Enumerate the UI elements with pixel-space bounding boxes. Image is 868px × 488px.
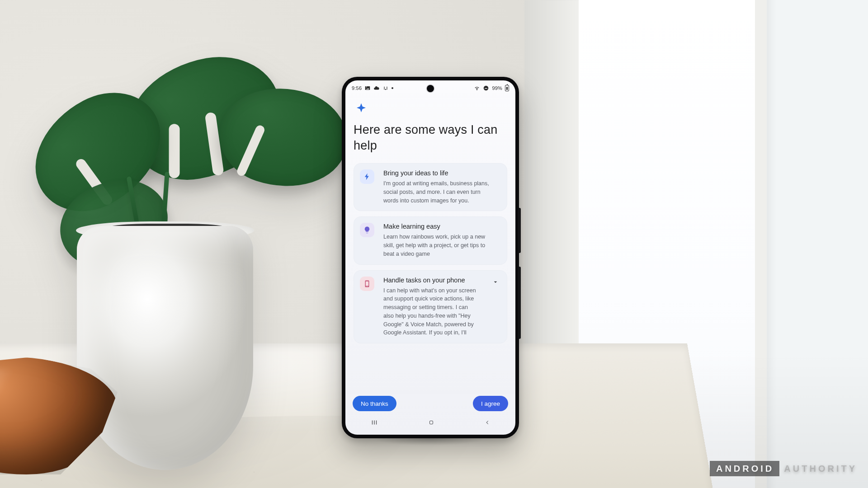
card-desc: Learn how rainbows work, pick up a new s… [383, 233, 495, 258]
phone-screen: 9:56 [345, 80, 515, 435]
photo-scene: 9:56 [0, 0, 868, 488]
dnd-icon [483, 85, 489, 91]
phone-button [518, 267, 521, 339]
potted-plant [36, 90, 271, 398]
status-bar: 9:56 [345, 83, 515, 93]
card-title: Handle tasks on your phone [383, 277, 478, 284]
card-handle-tasks[interactable]: Handle tasks on your phone I can help wi… [354, 270, 507, 344]
phone-button [518, 208, 521, 253]
recents-button[interactable] [370, 418, 378, 428]
i-agree-button[interactable]: I agree [473, 396, 508, 411]
chevron-down-icon[interactable] [492, 278, 501, 287]
card-title: Make learning easy [383, 223, 495, 230]
back-button[interactable] [484, 419, 491, 427]
page-headline: Here are some ways I can help [354, 122, 507, 153]
wifi-icon [474, 85, 480, 91]
card-make-learning-easy[interactable]: Make learning easy Learn how rainbows wo… [354, 216, 507, 264]
watermark: ANDROID AUTHORITY [710, 461, 857, 476]
card-bring-ideas[interactable]: Bring your ideas to life I'm good at wri… [354, 163, 507, 211]
no-thanks-button[interactable]: No thanks [353, 396, 396, 411]
card-desc: I'm good at writing emails, business pla… [383, 179, 495, 205]
cloud-icon [373, 85, 380, 91]
phone-frame: 9:56 [342, 77, 519, 438]
home-button[interactable] [428, 419, 434, 427]
status-time: 9:56 [352, 85, 362, 91]
battery-icon [505, 85, 509, 91]
system-nav-bar [345, 416, 515, 431]
screen-content: Here are some ways I can help Bring your… [345, 96, 515, 393]
watermark-text-a: ANDROID [710, 461, 779, 476]
status-left: 9:56 [352, 85, 393, 91]
status-right: 99% [474, 85, 509, 91]
card-desc: I can help with what's on your screen an… [383, 286, 478, 338]
phone-icon [360, 277, 374, 291]
card-title: Bring your ideas to life [383, 169, 495, 177]
image-icon [364, 85, 371, 91]
battery-text: 99% [492, 85, 502, 91]
action-bar: No thanks I agree [345, 393, 515, 414]
more-notifications-dot [392, 87, 393, 89]
card-list: Bring your ideas to life I'm good at wri… [354, 163, 507, 343]
hotspot-icon [382, 85, 389, 91]
svg-rect-0 [430, 421, 433, 424]
bulb-icon [360, 223, 374, 237]
pot-body [77, 226, 253, 470]
sparkle-icon [354, 102, 368, 116]
bolt-icon [360, 169, 374, 184]
watermark-text-b: AUTHORITY [784, 464, 857, 474]
